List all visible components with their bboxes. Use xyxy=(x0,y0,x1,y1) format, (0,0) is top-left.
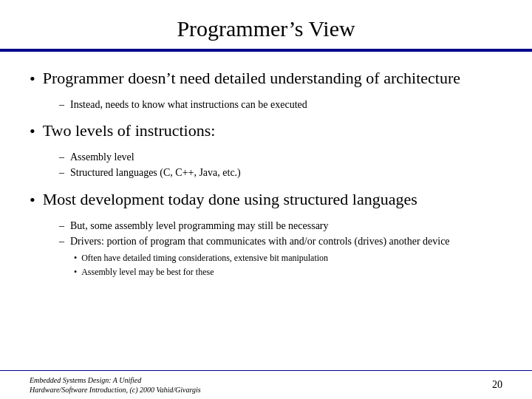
footer-line1: Embedded Systems Design: A Unified xyxy=(30,375,201,385)
title-area: Programmer’s View xyxy=(0,0,532,49)
footer-line2: Hardware/Software Introduction, (c) 2000… xyxy=(30,385,201,395)
sub-text-2-0: Assembly level xyxy=(70,150,134,165)
slide-title: Programmer’s View xyxy=(30,16,502,41)
sub-text-3-1: Drivers: portion of program that communi… xyxy=(70,234,450,249)
sub-text-2-1: Structured languages (C, C++, Java, etc.… xyxy=(70,166,241,180)
sub-dash-2-1: – xyxy=(59,166,64,180)
sub-dash-1-0: – xyxy=(59,98,64,112)
slide: Programmer’s View • Programmer doesn’t n… xyxy=(0,0,532,399)
bullet-2-text: Two levels of instructions: xyxy=(43,120,216,142)
sub-sub-text-3-0: Often have detailed timing consideration… xyxy=(81,252,328,265)
sub-sub-text-3-1: Assembly level may be best for these xyxy=(81,266,214,279)
bullet-1: • Programmer doesn’t need detailed under… xyxy=(30,68,502,90)
top-border-line xyxy=(0,49,532,52)
content-area: • Programmer doesn’t need detailed under… xyxy=(0,58,532,370)
sub-sub-bullet-3-1: • Assembly level may be best for these xyxy=(74,266,502,279)
sub-sub-bullet-3-0: • Often have detailed timing considerati… xyxy=(74,252,502,265)
sub-bullet-3-1: – Drivers: portion of program that commu… xyxy=(59,234,502,249)
sub-bullet-2-1: – Structured languages (C, C++, Java, et… xyxy=(59,166,502,180)
footer: Embedded Systems Design: A Unified Hardw… xyxy=(0,370,532,399)
bullet-2: • Two levels of instructions: xyxy=(30,120,502,143)
page-number: 20 xyxy=(492,379,502,391)
sub-sub-bullets-3: • Often have detailed timing considerati… xyxy=(74,252,502,279)
sub-sub-dot-3-1: • xyxy=(74,266,77,279)
bullet-3-text: Most development today done using struct… xyxy=(43,189,417,211)
footer-citation: Embedded Systems Design: A Unified Hardw… xyxy=(30,375,201,395)
sub-bullet-2-0: – Assembly level xyxy=(59,150,502,165)
bullet-3-subs: – But, some assembly level programming m… xyxy=(59,219,502,279)
sub-sub-dot-3-0: • xyxy=(74,252,77,265)
bullet-1-dot: • xyxy=(30,69,35,90)
sub-dash-3-0: – xyxy=(59,219,64,233)
bullet-2-dot: • xyxy=(30,121,35,143)
bullet-2-subs: – Assembly level – Structured languages … xyxy=(59,150,502,180)
bullet-3-dot: • xyxy=(30,190,35,211)
sub-text-3-0: But, some assembly level programming may… xyxy=(70,219,329,233)
bullet-3: • Most development today done using stru… xyxy=(30,189,502,211)
sub-bullet-3-0: – But, some assembly level programming m… xyxy=(59,219,502,233)
sub-text-1-0: Instead, needs to know what instructions… xyxy=(70,98,307,112)
sub-dash-3-1: – xyxy=(59,234,64,249)
bullet-1-text: Programmer doesn’t need detailed underst… xyxy=(43,68,460,89)
sub-bullet-1-0: – Instead, needs to know what instructio… xyxy=(59,98,502,112)
bullet-1-subs: – Instead, needs to know what instructio… xyxy=(59,98,502,112)
sub-dash-2-0: – xyxy=(59,150,64,165)
